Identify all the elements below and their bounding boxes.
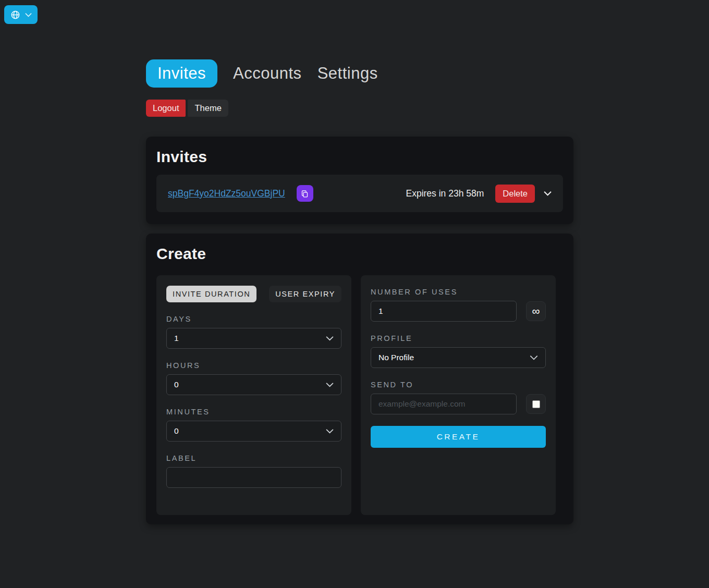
main-content: Invites Accounts Settings Logout Theme I…	[146, 0, 573, 524]
tab-settings[interactable]: Settings	[317, 59, 378, 88]
hours-label: HOURS	[166, 361, 341, 370]
chevron-down-icon	[326, 382, 334, 387]
tab-accounts[interactable]: Accounts	[233, 59, 302, 88]
tab-user-expiry[interactable]: USER EXPIRY	[269, 286, 341, 302]
label-label: LABEL	[166, 454, 341, 462]
create-card-title: Create	[156, 245, 563, 263]
minutes-select-value: 0	[174, 426, 179, 436]
profile-select-value: No Profile	[378, 353, 414, 362]
days-label: DAYS	[166, 315, 341, 323]
options-panel: NUMBER OF USES ∞ PROFILE No Profile SEND…	[361, 275, 556, 515]
chevron-down-icon	[326, 428, 334, 434]
chevron-down-icon	[544, 191, 552, 196]
invites-card-title: Invites	[156, 148, 563, 166]
theme-button[interactable]: Theme	[188, 100, 228, 117]
create-panels: INVITE DURATION USER EXPIRY DAYS 1 HOURS…	[156, 275, 563, 515]
number-of-uses-input[interactable]	[371, 301, 517, 322]
label-input[interactable]	[166, 467, 341, 488]
invites-card: Invites spBgF4yo2HdZz5ouVGBjPU Expires i…	[146, 137, 573, 224]
days-select[interactable]: 1	[166, 328, 341, 349]
minutes-select[interactable]: 0	[166, 421, 341, 442]
number-of-uses-label: NUMBER OF USES	[371, 288, 546, 296]
nav-tabs: Invites Accounts Settings	[146, 59, 573, 88]
copy-icon	[301, 190, 309, 198]
invite-row: spBgF4yo2HdZz5ouVGBjPU Expires in 23h 58…	[156, 175, 563, 212]
language-selector-button[interactable]	[4, 5, 38, 24]
profile-select[interactable]: No Profile	[371, 347, 546, 368]
send-to-row	[371, 394, 546, 414]
tab-invites[interactable]: Invites	[146, 59, 217, 88]
delete-invite-button[interactable]: Delete	[495, 185, 535, 203]
checkbox-checked-icon	[532, 400, 540, 408]
days-select-value: 1	[174, 334, 179, 343]
session-row: Logout Theme	[146, 100, 573, 117]
invite-expiry-text: Expires in 23h 58m	[406, 188, 484, 199]
duration-panel: INVITE DURATION USER EXPIRY DAYS 1 HOURS…	[156, 275, 351, 515]
chevron-down-icon	[326, 336, 334, 341]
infinity-icon: ∞	[532, 305, 540, 317]
send-to-checkbox[interactable]	[526, 394, 546, 414]
send-to-input[interactable]	[371, 394, 517, 414]
tab-invite-duration[interactable]: INVITE DURATION	[166, 286, 256, 302]
hours-select[interactable]: 0	[166, 374, 341, 395]
chevron-down-icon	[25, 13, 32, 17]
create-card: Create INVITE DURATION USER EXPIRY DAYS …	[146, 234, 573, 524]
expand-invite-button[interactable]	[544, 191, 552, 196]
logout-button[interactable]: Logout	[146, 100, 186, 117]
uses-row: ∞	[371, 301, 546, 322]
profile-label: PROFILE	[371, 334, 546, 342]
minutes-label: MINUTES	[166, 408, 341, 416]
hours-select-value: 0	[174, 380, 179, 389]
unlimited-uses-button[interactable]: ∞	[526, 301, 546, 321]
globe-icon	[10, 10, 20, 20]
send-to-label: SEND TO	[371, 381, 546, 389]
create-button[interactable]: CREATE	[371, 426, 546, 448]
chevron-down-icon	[530, 355, 538, 360]
duration-mode-tabs: INVITE DURATION USER EXPIRY	[166, 286, 341, 302]
invite-code-link[interactable]: spBgF4yo2HdZz5ouVGBjPU	[168, 188, 285, 199]
copy-invite-button[interactable]	[297, 185, 313, 202]
